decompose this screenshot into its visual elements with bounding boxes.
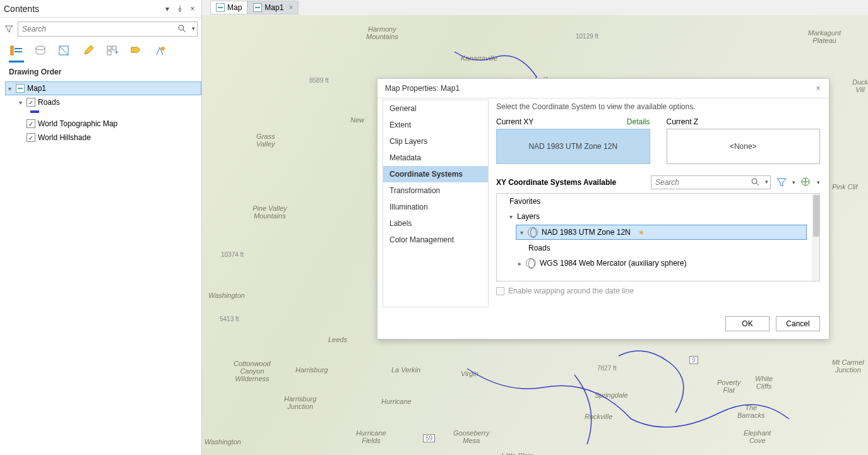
expand-icon[interactable]: ▾ <box>509 213 517 220</box>
map-label: PovertyFlat <box>717 379 740 394</box>
tab-map[interactable]: Map <box>210 1 247 15</box>
nav-labels[interactable]: Labels <box>383 215 488 232</box>
tree-layer-hillshade[interactable]: ▸ ✓ World Hillshade <box>5 131 201 145</box>
nav-color-management[interactable]: Color Management <box>383 232 488 248</box>
elevation-label: 8589 ft <box>309 77 329 84</box>
tree-layer-topo[interactable]: ▸ ✓ World Topographic Map <box>5 117 201 131</box>
cancel-button[interactable]: Cancel <box>776 316 820 331</box>
add-coord-system-icon[interactable] <box>799 175 813 189</box>
svg-text:+: + <box>114 48 119 56</box>
cs-favorites[interactable]: Favorites <box>497 194 819 209</box>
close-icon[interactable]: × <box>187 4 198 14</box>
checkbox[interactable]: ✓ <box>27 133 35 142</box>
favorite-icon[interactable]: ★ <box>638 228 645 237</box>
layer-label: World Topographic Map <box>38 119 117 128</box>
search-input[interactable] <box>18 21 198 37</box>
current-z-box[interactable]: <None> <box>667 129 821 164</box>
details-link[interactable]: Details <box>627 117 650 126</box>
drawing-order-title: Drawing Order <box>0 62 201 80</box>
cs-roads[interactable]: Roads <box>497 240 819 256</box>
map-label: La Verkin <box>391 366 420 374</box>
contents-header: Contents ▾ × <box>0 0 201 18</box>
dialog-title: Map Properties: Map1 <box>385 84 460 93</box>
svg-line-1 <box>183 30 186 32</box>
map-label: Kanarraville <box>461 54 497 62</box>
nav-metadata[interactable]: Metadata <box>383 150 488 166</box>
current-xy-label: Current XY <box>496 117 533 126</box>
cs-wgs-1984[interactable]: ▸ WGS 1984 Web Mercator (auxiliary spher… <box>497 256 819 271</box>
cs-label: Favorites <box>509 197 540 206</box>
expand-icon[interactable]: ▾ <box>8 85 16 92</box>
svg-rect-3 <box>15 48 22 49</box>
close-icon[interactable]: × <box>288 3 293 12</box>
tree-map-root[interactable]: ▾ Map1 <box>5 81 201 95</box>
nav-illumination[interactable]: Illumination <box>383 199 488 215</box>
available-label: XY Coordinate Systems Available <box>496 178 647 187</box>
scrollbar-thumb[interactable] <box>813 195 819 237</box>
nav-coordinate-systems[interactable]: Coordinate Systems <box>383 166 488 182</box>
search-icon[interactable] <box>751 177 759 186</box>
map-label: New <box>350 116 364 124</box>
tab-map1[interactable]: Map1 × <box>247 1 299 15</box>
search-dropdown-icon[interactable]: ▾ <box>192 25 195 32</box>
spatial-filter-icon[interactable] <box>775 175 788 189</box>
expand-icon[interactable]: ▾ <box>520 229 528 236</box>
expand-icon[interactable]: ▾ <box>19 99 27 106</box>
ok-button[interactable]: OK <box>725 316 770 331</box>
filter-icon[interactable] <box>4 24 14 34</box>
map-label: Leeds <box>328 336 347 343</box>
cs-layers[interactable]: ▾ Layers <box>497 209 819 224</box>
search-row: ▾ <box>0 18 201 40</box>
svg-rect-10 <box>107 51 111 55</box>
expand-icon[interactable]: ▸ <box>518 260 526 267</box>
layer-label: World Hillshade <box>38 133 91 142</box>
svg-point-13 <box>752 179 757 184</box>
current-xy-value: NAD 1983 UTM Zone 12N <box>528 142 617 151</box>
layer-label: Roads <box>38 98 60 107</box>
dropdown-icon[interactable]: ▾ <box>162 4 172 14</box>
svg-line-14 <box>756 183 759 186</box>
checkbox[interactable]: ✓ <box>27 98 35 107</box>
contents-title: Contents <box>4 4 39 14</box>
chevron-down-icon[interactable]: ▾ <box>817 179 820 186</box>
current-xy-box[interactable]: NAD 1983 UTM Zone 12N <box>496 129 650 164</box>
nav-extent[interactable]: Extent <box>383 117 488 133</box>
map-label: Pink Clif <box>832 183 857 191</box>
map-label: TheBarracks <box>737 404 764 419</box>
map-icon <box>253 3 262 12</box>
list-by-source-icon[interactable] <box>33 43 48 58</box>
search-icon[interactable] <box>177 24 186 33</box>
close-icon[interactable]: × <box>812 83 824 94</box>
map-label: Mt CarmelJunction <box>832 358 864 374</box>
nav-clip-layers[interactable]: Clip Layers <box>383 133 488 150</box>
tree-root-label: Map1 <box>27 84 46 93</box>
coord-system-list[interactable]: Favorites ▾ Layers ▾ NAD 1983 UTM Zone 1… <box>496 193 820 281</box>
pin-icon[interactable] <box>175 4 185 14</box>
svg-line-7 <box>59 46 68 55</box>
dialog-content: Select the Coordinate System to view the… <box>491 98 829 310</box>
list-by-selection-icon[interactable] <box>57 43 72 58</box>
tree-layer-roads[interactable]: ▾ ✓ Roads <box>5 95 201 109</box>
list-by-drawing-order-icon[interactable] <box>9 43 24 58</box>
checkbox[interactable]: ✓ <box>27 119 35 128</box>
nav-transformation[interactable]: Transformation <box>383 182 488 199</box>
svg-rect-4 <box>15 51 22 52</box>
map-label: Washington <box>208 292 245 299</box>
list-by-snapping-icon[interactable]: + <box>105 43 120 58</box>
cs-nad-1983[interactable]: ▾ NAD 1983 UTM Zone 12N ★ <box>516 225 807 240</box>
svg-point-0 <box>179 25 184 30</box>
scrollbar[interactable] <box>812 194 819 281</box>
list-by-labeling-icon[interactable] <box>129 43 144 58</box>
chevron-down-icon[interactable]: ▾ <box>792 179 795 186</box>
dialog-title-bar[interactable]: Map Properties: Map1 × <box>378 79 829 98</box>
search-dropdown-icon[interactable]: ▾ <box>765 179 768 185</box>
cs-label: Roads <box>528 244 550 252</box>
checkbox[interactable] <box>496 287 504 295</box>
nav-general[interactable]: General <box>383 100 488 117</box>
list-by-editing-icon[interactable] <box>81 43 96 58</box>
svg-point-5 <box>36 46 45 50</box>
list-by-perceptual-icon[interactable] <box>153 43 168 58</box>
cs-label: WGS 1984 Web Mercator (auxiliary sphere) <box>540 259 687 268</box>
cancel-label: Cancel <box>786 319 809 328</box>
elevation-label: 5413 ft <box>220 316 239 322</box>
